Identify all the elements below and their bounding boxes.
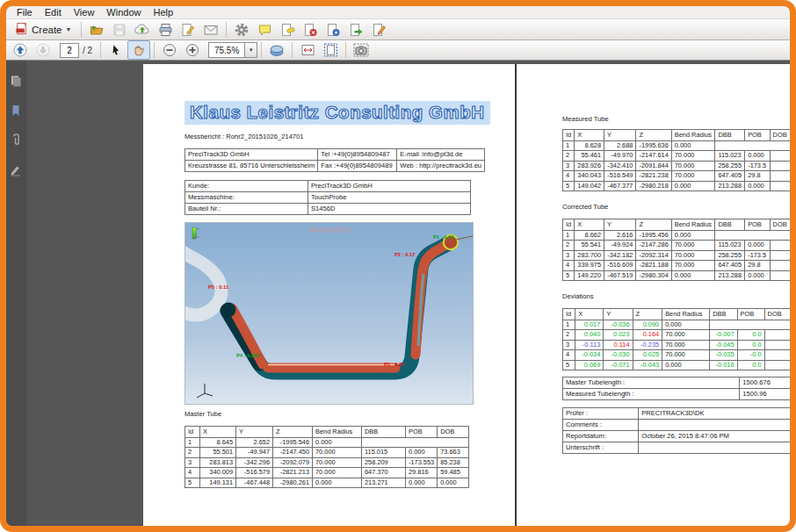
customer-info-table: Kunde:PreciTrack3D GmbHMessmaschine:Touc… — [185, 180, 471, 215]
navigation-pane-rail — [5, 61, 26, 527]
pan-zoom-button[interactable] — [265, 40, 288, 60]
sign-pen-icon — [181, 23, 195, 37]
toolbar-separator — [345, 42, 346, 58]
create-button[interactable]: Create ▼ — [9, 20, 77, 40]
report-id-label: Messbericht : Rohr2_20151026_214701 — [185, 133, 304, 140]
print-button[interactable] — [154, 20, 177, 40]
save-floppy-icon — [112, 23, 127, 37]
bookmarks-button[interactable] — [8, 103, 24, 119]
toolbar-separator — [81, 22, 82, 38]
highlight-button[interactable] — [276, 20, 299, 40]
tube-end-cap-left — [221, 303, 236, 318]
document-gear-icon — [326, 23, 341, 37]
hand-tool-button[interactable] — [127, 40, 150, 60]
point-label-p3: P3 : 0.25 — [384, 362, 405, 367]
hand-tool-icon — [132, 43, 146, 57]
open-folder-icon — [90, 23, 105, 37]
previous-page-button[interactable] — [9, 40, 32, 60]
page-total-label: / 2 — [83, 46, 92, 55]
send-email-button[interactable] — [199, 20, 222, 40]
snapshot-button[interactable] — [350, 40, 373, 60]
main-toolbar: Create ▼ — [5, 19, 791, 40]
menu-edit[interactable]: Edit — [39, 7, 68, 18]
fit-page-icon — [323, 43, 338, 57]
optimize-pdf-button[interactable] — [322, 20, 344, 40]
company-info-table: PreciTrack3D GmbHTel :+49(0)8954809487E-… — [185, 148, 485, 172]
fill-sign-form-button[interactable] — [367, 20, 390, 40]
zoom-level-value: 75.5% — [209, 46, 244, 55]
menu-file[interactable]: File — [11, 7, 39, 18]
toolbar-separator — [154, 42, 155, 58]
printer-icon — [158, 23, 173, 37]
document-export-icon — [349, 23, 364, 37]
zoom-out-button[interactable] — [158, 40, 181, 60]
delete-pdf-button[interactable] — [299, 20, 322, 40]
zoom-in-button[interactable] — [181, 40, 204, 60]
toolbar-separator — [100, 42, 101, 58]
highlighter-icon — [280, 23, 295, 37]
page-down-icon — [36, 43, 50, 57]
signatures-button[interactable] — [8, 162, 24, 178]
fit-width-icon — [300, 43, 315, 57]
deviations-table: IdXYZBend RadiusDBBPOBDOB10.017-0.0360.0… — [562, 308, 791, 370]
document-delete-icon — [303, 23, 318, 37]
point-label-p2: P2 : 0.17 — [394, 252, 416, 257]
next-page-button[interactable] — [32, 40, 54, 60]
menu-view[interactable]: View — [68, 7, 101, 18]
save-file-button[interactable] — [108, 20, 131, 40]
menu-help[interactable]: Help — [147, 7, 179, 18]
faint-header-text — [308, 227, 351, 233]
measured-tube-label: Measured Tube — [562, 115, 609, 123]
tube-3d-rendering — [185, 223, 473, 404]
document-area: Klaus Leistritz Consulting GmbH Messberi… — [5, 61, 791, 527]
page-1: Klaus Leistritz Consulting GmbH Messberi… — [143, 64, 515, 527]
create-caret-icon: ▼ — [66, 26, 72, 32]
cloud-upload-icon — [134, 23, 150, 37]
toolbar-separator — [292, 42, 293, 58]
attachments-button[interactable] — [8, 133, 24, 148]
navigation-toolbar: / 2 75.5% ▼ — [5, 40, 791, 61]
deviations-label: Deviations — [562, 292, 593, 300]
export-pdf-button[interactable] — [344, 20, 367, 40]
toolbar-separator — [226, 22, 227, 38]
screenshot-stage: File Edit View Window Help Create ▼ — [0, 0, 796, 532]
deviation-colorbar — [192, 227, 197, 239]
cursor-arrow-icon — [110, 43, 122, 57]
corrected-tube-table: IdXYZBend RadiusDBBPOBDOB18.6622.616-199… — [562, 219, 791, 281]
bookmark-icon — [9, 104, 23, 118]
fit-page-button[interactable] — [319, 40, 342, 60]
point-label-p1: P1 : 0.19 — [433, 234, 454, 240]
measured-tube-table: IdXYZBend RadiusDBBPOBDOB18.6282.688-199… — [562, 129, 791, 191]
camera-snapshot-icon — [353, 43, 369, 57]
open-file-button[interactable] — [85, 20, 108, 40]
tubelength-table: Master Tubelength :1500.676Measured Tube… — [562, 377, 791, 400]
email-envelope-icon — [203, 23, 219, 37]
create-pdf-icon — [15, 22, 28, 37]
share-cloud-button[interactable] — [131, 20, 154, 40]
select-tool-button[interactable] — [105, 40, 127, 60]
zoom-caret-icon[interactable]: ▼ — [244, 43, 257, 57]
page-2: Measured Tube IdXYZBend RadiusDBBPOBDOB1… — [517, 64, 791, 527]
create-button-label: Create — [32, 25, 62, 35]
fit-width-button[interactable] — [296, 40, 319, 60]
menu-window[interactable]: Window — [100, 7, 147, 18]
report-info-table: Prüfer :PRECITRACK3D\DKComments :Reportd… — [562, 407, 791, 454]
paperclip-icon — [9, 133, 23, 147]
comment-bubble-icon — [257, 23, 272, 37]
signature-icon — [9, 163, 23, 177]
page-thumbnails-button[interactable] — [8, 73, 24, 89]
toolbar-separator — [261, 42, 262, 58]
menu-bar: File Edit View Window Help — [5, 5, 791, 19]
preferences-button[interactable] — [230, 20, 253, 40]
page-thumbnails-icon — [9, 74, 23, 88]
page-up-icon — [13, 43, 27, 57]
page-canvas[interactable]: Klaus Leistritz Consulting GmbH Messberi… — [26, 61, 791, 527]
form-pencil-icon — [372, 23, 387, 37]
point-label-p4: P4 : 0.087 — [236, 353, 260, 358]
corrected-tube-label: Corrected Tube — [562, 203, 608, 211]
comment-button[interactable] — [253, 20, 276, 40]
zoom-level-dropdown[interactable]: 75.5% ▼ — [208, 42, 257, 58]
page-number-input[interactable] — [60, 43, 79, 58]
zoom-in-icon — [185, 43, 199, 57]
sign-document-button[interactable] — [177, 20, 199, 40]
